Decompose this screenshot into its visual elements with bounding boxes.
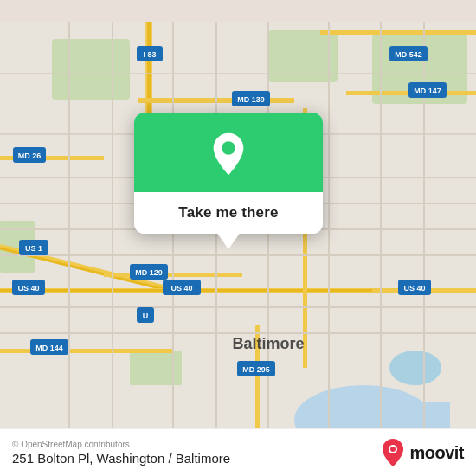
popup-tail bbox=[216, 232, 241, 249]
popup-icon-area bbox=[134, 113, 323, 192]
address-block: © OpenStreetMap contributors 251 Bolton … bbox=[12, 440, 230, 466]
location-pin-icon bbox=[206, 132, 251, 177]
svg-text:Baltimore: Baltimore bbox=[232, 335, 304, 352]
svg-rect-21 bbox=[0, 349, 173, 353]
svg-text:I 83: I 83 bbox=[143, 50, 156, 59]
bottom-bar: © OpenStreetMap contributors 251 Bolton … bbox=[0, 428, 476, 476]
svg-point-6 bbox=[389, 351, 441, 385]
svg-text:MD 147: MD 147 bbox=[414, 87, 441, 95]
popup-label[interactable]: Take me there bbox=[134, 192, 323, 234]
svg-text:US 40: US 40 bbox=[17, 284, 39, 293]
map-container: I 83 MD 139 MD 542 MD 26 MD 147 US 1 US … bbox=[0, 0, 476, 476]
svg-text:MD 542: MD 542 bbox=[395, 50, 422, 59]
svg-text:U: U bbox=[143, 312, 149, 320]
svg-rect-1 bbox=[52, 39, 130, 100]
moovit-logo-icon bbox=[381, 438, 405, 467]
svg-text:US 40: US 40 bbox=[403, 284, 425, 293]
svg-text:MD 139: MD 139 bbox=[237, 95, 265, 104]
address-text: 251 Bolton Pl, Washington / Baltimore bbox=[12, 451, 230, 466]
svg-text:MD 295: MD 295 bbox=[242, 365, 270, 374]
svg-text:US 40: US 40 bbox=[170, 284, 192, 293]
moovit-logo[interactable]: moovit bbox=[381, 438, 464, 467]
svg-text:MD 26: MD 26 bbox=[18, 151, 42, 160]
svg-text:MD 129: MD 129 bbox=[135, 268, 163, 277]
copyright-text: © OpenStreetMap contributors bbox=[12, 440, 230, 449]
svg-rect-2 bbox=[268, 30, 338, 82]
svg-text:MD 144: MD 144 bbox=[35, 344, 63, 352]
svg-rect-12 bbox=[320, 30, 476, 35]
popup-card[interactable]: Take me there bbox=[134, 113, 323, 234]
svg-point-71 bbox=[390, 447, 396, 452]
moovit-name: moovit bbox=[409, 443, 464, 463]
svg-text:US 1: US 1 bbox=[25, 244, 42, 253]
svg-point-69 bbox=[222, 141, 235, 155]
